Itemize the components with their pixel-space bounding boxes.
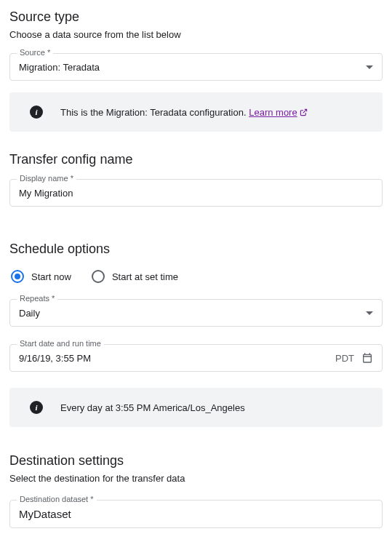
source-label: Source * [17, 48, 53, 57]
radio-icon [11, 270, 24, 283]
start-date-value: 9/16/19, 3:55 PM [19, 353, 328, 364]
schedule-section: Schedule options Start now Start at set … [9, 242, 383, 427]
source-value: Migration: Teradata [19, 62, 100, 73]
schedule-radio-group: Start now Start at set time [9, 270, 383, 283]
schedule-info-text: Every day at 3:55 PM America/Los_Angeles [60, 402, 245, 413]
destination-desc: Select the destination for the transfer … [9, 473, 383, 484]
info-icon: i [30, 105, 43, 119]
radio-start-at-set-time[interactable]: Start at set time [92, 270, 178, 283]
source-type-title: Source type [9, 9, 383, 25]
transfer-config-section: Transfer config name Display name * [9, 152, 383, 207]
destination-dataset-wrapper: Destination dataset * [9, 500, 383, 528]
chevron-down-icon [366, 65, 373, 69]
destination-dataset-field[interactable] [9, 500, 383, 528]
repeats-dropdown[interactable]: Daily [9, 299, 383, 327]
start-date-label: Start date and run time [17, 339, 104, 348]
source-type-desc: Choose a data source from the list below [9, 29, 383, 40]
external-link-icon [300, 108, 308, 116]
source-field-wrapper: Source * Migration: Teradata [9, 53, 383, 81]
repeats-label: Repeats * [17, 294, 57, 303]
calendar-icon [361, 352, 373, 364]
radio-icon [92, 270, 105, 283]
radio-start-now[interactable]: Start now [11, 270, 71, 283]
display-name-field[interactable] [9, 179, 383, 207]
start-date-wrapper: Start date and run time 9/16/19, 3:55 PM… [9, 344, 383, 372]
display-name-wrapper: Display name * [9, 179, 383, 207]
transfer-config-title: Transfer config name [9, 152, 383, 167]
destination-dataset-label: Destination dataset * [17, 495, 97, 503]
schedule-info-box: i Every day at 3:55 PM America/Los_Angel… [9, 388, 383, 427]
info-icon: i [30, 401, 43, 414]
repeats-wrapper: Repeats * Daily [9, 299, 383, 327]
source-type-section: Source type Choose a data source from th… [9, 9, 383, 132]
chevron-down-icon [366, 311, 373, 315]
radio-start-at-set-time-label: Start at set time [112, 271, 178, 282]
repeats-value: Daily [19, 308, 40, 319]
source-dropdown[interactable]: Migration: Teradata [9, 53, 383, 81]
destination-dataset-input[interactable] [19, 508, 373, 520]
display-name-label: Display name * [17, 174, 76, 183]
learn-more-link[interactable]: Learn more [249, 107, 307, 118]
start-date-field[interactable]: 9/16/19, 3:55 PM PDT [9, 344, 383, 372]
radio-start-now-label: Start now [31, 271, 71, 282]
destination-title: Destination settings [9, 453, 383, 469]
svg-line-0 [303, 109, 306, 113]
source-info-box: i This is the Migration: Teradata config… [9, 92, 383, 132]
source-info-text: This is the Migration: Teradata configur… [60, 107, 308, 118]
schedule-title: Schedule options [9, 242, 383, 257]
timezone-label: PDT [335, 353, 354, 364]
destination-section: Destination settings Select the destinat… [9, 453, 383, 528]
display-name-input[interactable] [19, 188, 373, 199]
